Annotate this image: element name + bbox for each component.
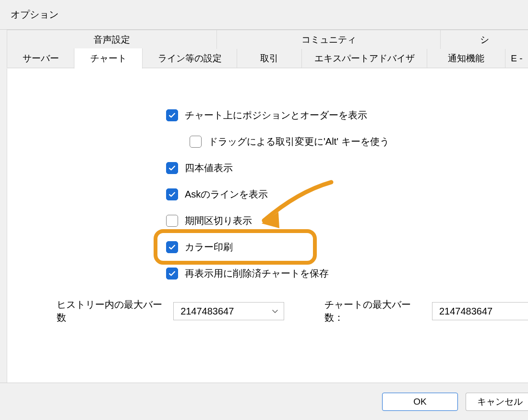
checkmark-icon <box>168 190 176 198</box>
history-bars-combo[interactable]: 2147483647 <box>173 302 284 320</box>
checkbox-show-ask[interactable] <box>166 188 178 200</box>
option-alt-drag[interactable]: ドラッグによる取引変更に'Alt' キーを使う <box>190 128 389 155</box>
tab-notif-label: 通知機能 <box>448 52 484 65</box>
tab-ea-label: エキスパートアドバイザ <box>314 52 415 65</box>
history-bars-value: 2147483647 <box>180 306 234 317</box>
chevron-down-icon <box>271 307 279 315</box>
tab-row-top: 音声設定 コミュニティ シ <box>7 30 528 49</box>
tab-email-label: E - <box>511 53 522 64</box>
chart-bars-label: チャートの最大バー数： <box>324 298 423 324</box>
tab-chart-label: チャート <box>90 52 127 65</box>
option-color-print[interactable]: カラー印刷 <box>166 234 389 260</box>
checkbox-period-separator[interactable] <box>166 215 178 227</box>
window-title: オプション <box>11 8 59 21</box>
tab-community[interactable]: コミュニティ <box>217 30 441 49</box>
checkbox-save-deleted-charts[interactable] <box>166 268 178 280</box>
option-period-separator-label: 期間区切り表示 <box>185 214 252 227</box>
ok-button[interactable]: OK <box>382 393 458 411</box>
option-save-deleted-charts-label: 再表示用に削除済チャートを保存 <box>185 267 329 280</box>
checkmark-icon <box>168 243 176 251</box>
option-four-values-label: 四本値表示 <box>185 162 233 175</box>
option-period-separator[interactable]: 期間区切り表示 <box>166 208 389 234</box>
history-bars-label: ヒストリー内の最大バー数 <box>57 298 165 324</box>
bars-row: ヒストリー内の最大バー数 2147483647 チャートの最大バー数： <box>57 298 528 324</box>
tab-trade-label: 取引 <box>260 52 278 65</box>
option-alt-drag-label: ドラッグによる取引変更に'Alt' キーを使う <box>208 135 389 148</box>
option-show-ask-label: Askのラインを表示 <box>185 188 268 201</box>
tab-server[interactable]: サーバー <box>7 49 74 68</box>
checkmark-icon <box>168 111 176 119</box>
checkbox-alt-drag[interactable] <box>190 136 202 148</box>
tab-audio[interactable]: 音声設定 <box>7 30 217 49</box>
dialog-footer: OK キャンセル <box>0 383 528 420</box>
option-four-values[interactable]: 四本値表示 <box>166 155 389 181</box>
cancel-button[interactable]: キャンセル <box>466 393 528 411</box>
ok-button-label: OK <box>413 397 426 407</box>
option-color-print-label: カラー印刷 <box>185 241 233 254</box>
tab-server-label: サーバー <box>23 52 59 65</box>
chart-bars-input[interactable] <box>432 302 528 320</box>
tab-chart[interactable]: チャート <box>74 48 143 69</box>
option-show-ask[interactable]: Askのラインを表示 <box>166 181 389 208</box>
tab-line-settings[interactable]: ライン等の設定 <box>143 49 237 68</box>
checkbox-color-print[interactable] <box>166 241 178 253</box>
options-dialog: オプション 音声設定 コミュニティ シ サーバー チャート ライン等の設定 取引… <box>0 0 528 420</box>
titlebar: オプション <box>0 0 528 30</box>
option-show-positions[interactable]: チャート上にポジションとオーダーを表示 <box>166 102 389 128</box>
options-list: チャート上にポジションとオーダーを表示 ドラッグによる取引変更に'Alt' キー… <box>166 102 389 287</box>
tab-notifications[interactable]: 通知機能 <box>427 49 505 68</box>
tab-signal-label: シ <box>480 34 489 46</box>
checkmark-icon <box>168 269 176 278</box>
cancel-button-label: キャンセル <box>477 396 523 408</box>
tab-expert-advisor[interactable]: エキスパートアドバイザ <box>302 49 427 68</box>
option-save-deleted-charts[interactable]: 再表示用に削除済チャートを保存 <box>166 260 389 287</box>
tab-signal[interactable]: シ <box>441 30 528 49</box>
tab-line-label: ライン等の設定 <box>158 52 222 65</box>
checkbox-four-values[interactable] <box>166 162 178 174</box>
tab-email[interactable]: E - <box>505 49 528 68</box>
tab-row-bottom: サーバー チャート ライン等の設定 取引 エキスパートアドバイザ 通知機能 E … <box>7 49 528 68</box>
checkmark-icon <box>168 164 176 172</box>
option-show-positions-label: チャート上にポジションとオーダーを表示 <box>185 109 367 122</box>
checkbox-show-positions[interactable] <box>166 109 178 121</box>
tab-community-label: コミュニティ <box>301 34 356 46</box>
tab-audio-label: 音声設定 <box>94 34 130 46</box>
tab-trade[interactable]: 取引 <box>237 49 302 68</box>
